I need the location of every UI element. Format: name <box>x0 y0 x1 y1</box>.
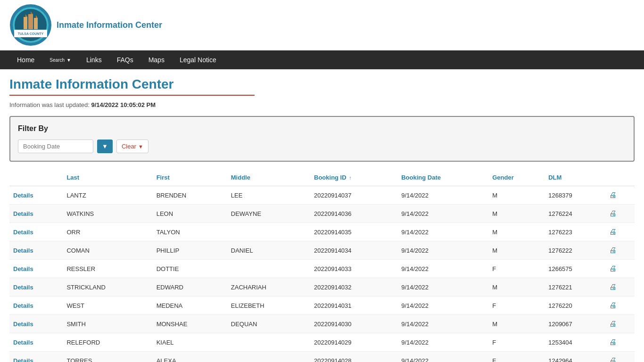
table-row: DetailsWATKINSLEONDEWAYNE202209140369/14… <box>9 205 635 223</box>
table-row: DetailsLANTZBRENDENLEE202209140379/14/20… <box>9 186 635 205</box>
row-booking-id: 20220914028 <box>310 352 397 362</box>
row-details[interactable]: Details <box>9 315 63 333</box>
nav-legal[interactable]: Legal Notice <box>172 50 224 69</box>
clear-filter-button[interactable]: Clear ▼ <box>116 140 149 153</box>
table-row: DetailsSTRICKLANDEDWARDZACHARIAH20220914… <box>9 278 635 296</box>
row-print[interactable]: 🖨 <box>605 241 635 260</box>
filter-title: Filter By <box>18 124 626 133</box>
row-middle: LEE <box>227 186 310 205</box>
row-details[interactable]: Details <box>9 205 63 223</box>
row-middle <box>227 260 310 278</box>
nav-links[interactable]: Links <box>79 50 109 69</box>
row-booking-date: 9/14/2022 <box>397 352 488 362</box>
row-first: LEON <box>153 205 227 223</box>
main-nav: Home Search▼ Links FAQs Maps Legal Notic… <box>0 50 644 69</box>
col-booking-date[interactable]: Booking Date <box>397 169 488 186</box>
row-first: MEDENA <box>153 296 227 315</box>
row-booking-date: 9/14/2022 <box>397 186 488 205</box>
row-last: RESSLER <box>63 260 152 278</box>
row-first: EDWARD <box>153 278 227 296</box>
col-booking-id[interactable]: Booking ID ↑ <box>310 169 397 186</box>
row-dlm: 1276222 <box>545 241 605 260</box>
row-details[interactable]: Details <box>9 186 63 205</box>
row-gender: M <box>488 315 545 333</box>
row-print[interactable]: 🖨 <box>605 186 635 205</box>
row-gender: M <box>488 241 545 260</box>
row-gender: F <box>488 260 545 278</box>
table-row: DetailsSMITHMONSHAEDEQUAN202209140309/14… <box>9 315 635 333</box>
row-print[interactable]: 🖨 <box>605 260 635 278</box>
svg-rect-5 <box>24 17 27 29</box>
row-booking-id: 20220914035 <box>310 223 397 241</box>
logo-area: TULSA COUNTY Inmate Information Center <box>9 4 162 46</box>
row-booking-id: 20220914036 <box>310 205 397 223</box>
row-print[interactable]: 🖨 <box>605 223 635 241</box>
row-middle <box>227 352 310 362</box>
row-dlm: 1276220 <box>545 296 605 315</box>
row-booking-id: 20220914033 <box>310 260 397 278</box>
row-booking-date: 9/14/2022 <box>397 333 488 352</box>
table-row: DetailsWESTMEDENAELIZEBETH202209140319/1… <box>9 296 635 315</box>
nav-faqs[interactable]: FAQs <box>109 50 141 69</box>
row-details[interactable]: Details <box>9 223 63 241</box>
row-last: RELEFORD <box>63 333 152 352</box>
row-last: WATKINS <box>63 205 152 223</box>
row-print[interactable]: 🖨 <box>605 296 635 315</box>
row-middle: DANIEL <box>227 241 310 260</box>
row-booking-id: 20220914032 <box>310 278 397 296</box>
row-dlm: 1209067 <box>545 315 605 333</box>
nav-search[interactable]: Search▼ <box>42 52 79 68</box>
row-booking-date: 9/14/2022 <box>397 205 488 223</box>
row-dlm: 1276223 <box>545 223 605 241</box>
row-details[interactable]: Details <box>9 352 63 362</box>
row-booking-date: 9/14/2022 <box>397 223 488 241</box>
row-booking-id: 20220914034 <box>310 241 397 260</box>
row-print[interactable]: 🖨 <box>605 278 635 296</box>
row-middle <box>227 223 310 241</box>
row-gender: F <box>488 296 545 315</box>
row-print[interactable]: 🖨 <box>605 315 635 333</box>
row-details[interactable]: Details <box>9 260 63 278</box>
table-row: DetailsRESSLERDOTTIE202209140339/14/2022… <box>9 260 635 278</box>
row-booking-id: 20220914030 <box>310 315 397 333</box>
sort-asc-icon: ↑ <box>349 175 352 181</box>
row-details[interactable]: Details <box>9 241 63 260</box>
col-gender[interactable]: Gender <box>488 169 545 186</box>
col-dlm[interactable]: DLM <box>545 169 605 186</box>
row-middle: ELIZEBETH <box>227 296 310 315</box>
filter-apply-button[interactable]: ▼ <box>97 140 113 153</box>
row-print[interactable]: 🖨 <box>605 333 635 352</box>
last-updated: Information was last updated: 9/14/2022 … <box>9 101 635 108</box>
row-gender: F <box>488 352 545 362</box>
row-details[interactable]: Details <box>9 333 63 352</box>
clear-filter-icon: ▼ <box>138 144 143 149</box>
nav-maps[interactable]: Maps <box>141 50 172 69</box>
col-first[interactable]: First <box>153 169 227 186</box>
row-last: STRICKLAND <box>63 278 152 296</box>
nav-home[interactable]: Home <box>9 50 42 69</box>
site-title-header: Inmate Information Center <box>57 20 162 30</box>
row-last: TORRES <box>63 352 152 362</box>
row-booking-date: 9/14/2022 <box>397 315 488 333</box>
row-first: TALYON <box>153 223 227 241</box>
col-middle[interactable]: Middle <box>227 169 310 186</box>
row-booking-date: 9/14/2022 <box>397 241 488 260</box>
row-gender: M <box>488 278 545 296</box>
row-gender: M <box>488 186 545 205</box>
table-row: DetailsTORRESALEXA202209140289/14/2022F1… <box>9 352 635 362</box>
row-print[interactable]: 🖨 <box>605 205 635 223</box>
row-details[interactable]: Details <box>9 296 63 315</box>
row-middle: ZACHARIAH <box>227 278 310 296</box>
col-last[interactable]: Last <box>63 169 152 186</box>
row-first: MONSHAE <box>153 315 227 333</box>
booking-date-input[interactable] <box>18 140 93 153</box>
row-details[interactable]: Details <box>9 278 63 296</box>
table-row: DetailsORRTALYON202209140359/14/2022M127… <box>9 223 635 241</box>
row-gender: F <box>488 333 545 352</box>
row-middle: DEWAYNE <box>227 205 310 223</box>
row-dlm: 1276224 <box>545 205 605 223</box>
row-print[interactable]: 🖨 <box>605 352 635 362</box>
clear-label: Clear <box>122 143 136 150</box>
row-last: SMITH <box>63 315 152 333</box>
row-dlm: 1242964 <box>545 352 605 362</box>
